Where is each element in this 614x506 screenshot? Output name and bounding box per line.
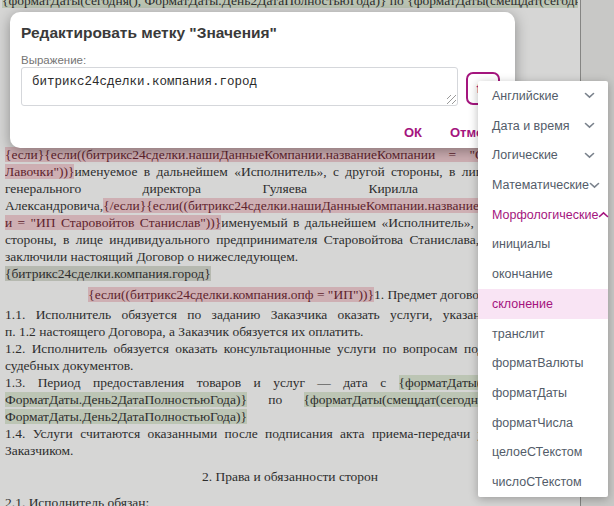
chevron-down-icon: [584, 152, 595, 159]
item-label: числоСТекстом: [492, 475, 582, 489]
dropdown-item[interactable]: числоСТекстом: [478, 467, 608, 497]
category-label: Морфологические: [492, 208, 598, 222]
category-label: Математические: [492, 178, 589, 192]
function-category-dropdown: АнглийскиеДата и времяЛогическиеМатемати…: [478, 81, 608, 497]
dropdown-category[interactable]: Морфологические: [478, 200, 608, 230]
category-label: Дата и время: [492, 119, 570, 133]
chevron-down-icon: [589, 182, 600, 189]
edit-label-modal: Редактировать метку "Значения" Выражение…: [10, 12, 515, 148]
dropdown-item[interactable]: склонение: [478, 289, 608, 319]
dropdown-item[interactable]: целоеСТекстом: [478, 438, 608, 468]
dropdown-item[interactable]: транслит: [478, 319, 608, 349]
expression-input[interactable]: [21, 67, 458, 106]
item-label: форматЧисла: [492, 416, 573, 430]
dropdown-category[interactable]: Дата и время: [478, 111, 608, 141]
item-label: форматВалюты: [492, 356, 584, 370]
dropdown-item[interactable]: форматДаты: [478, 378, 608, 408]
item-label: склонение: [492, 297, 553, 311]
dropdown-item[interactable]: форматВалюты: [478, 348, 608, 378]
dropdown-item[interactable]: форматЧисла: [478, 408, 608, 438]
clipped-top-line: {форматДаты(сегодня(), ФорматДаты.День2Д…: [2, 0, 578, 10]
dropdown-item[interactable]: инициалы: [478, 230, 608, 260]
chevron-up-icon: [598, 211, 609, 218]
item-label: форматДаты: [492, 386, 567, 400]
chevron-down-icon: [584, 122, 595, 129]
modal-title: Редактировать метку "Значения": [21, 24, 277, 42]
category-label: Логические: [492, 148, 558, 162]
item-label: целоеСТекстом: [492, 445, 582, 459]
dropdown-category[interactable]: Английские: [478, 81, 608, 111]
ok-button[interactable]: ОК: [398, 124, 428, 141]
dropdown-category[interactable]: Логические: [478, 140, 608, 170]
item-label: окончание: [492, 267, 553, 281]
item-label: инициалы: [492, 237, 550, 251]
category-label: Английские: [492, 89, 558, 103]
dropdown-category[interactable]: Математические: [478, 170, 608, 200]
item-label: транслит: [492, 327, 545, 341]
expression-label: Выражение:: [21, 54, 86, 66]
dropdown-item[interactable]: окончание: [478, 259, 608, 289]
chevron-down-icon: [584, 92, 595, 99]
